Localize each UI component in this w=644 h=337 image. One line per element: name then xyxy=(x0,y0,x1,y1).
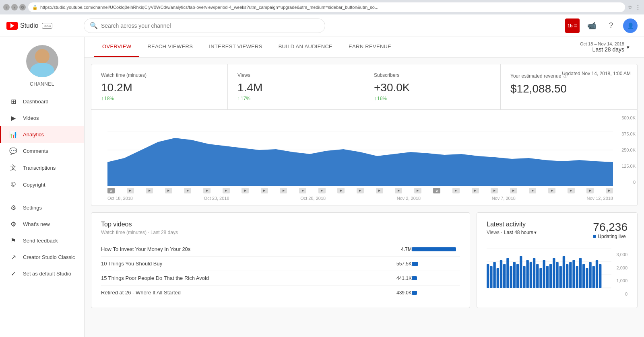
top-videos-subtitle: Watch time (minutes) · Last 28 days xyxy=(101,230,460,235)
sidebar-item-send-feedback[interactable]: ⚑ Send feedback xyxy=(0,232,84,249)
thumb-21[interactable]: ▶ xyxy=(529,188,536,193)
svg-rect-24 xyxy=(536,264,539,288)
help-button[interactable]: ? xyxy=(604,18,618,33)
thumb-25[interactable]: ▶ xyxy=(606,188,613,193)
y-label-0: 0 xyxy=(613,180,636,185)
thumb-12[interactable]: ▶ xyxy=(337,188,345,193)
svg-rect-29 xyxy=(553,258,555,288)
thumb-2[interactable]: ▶ xyxy=(146,188,153,193)
thumb-6[interactable]: ▶ xyxy=(223,188,230,193)
activity-y-0: 0 xyxy=(613,292,627,296)
svg-rect-22 xyxy=(530,262,532,288)
reload-button[interactable]: ↻ xyxy=(19,4,26,10)
tab-interest-viewers[interactable]: INTEREST VIEWERS xyxy=(201,37,270,57)
sidebar-item-set-default[interactable]: ✓ Set as default Studio xyxy=(0,265,84,282)
thumb-4[interactable]: ▶ xyxy=(184,188,191,193)
activity-period-button[interactable]: Last 48 hours ▾ xyxy=(504,230,537,235)
extensions-button[interactable]: ⋮ xyxy=(635,4,641,10)
bookmark-button[interactable]: ☆ xyxy=(627,4,633,10)
sidebar-item-comments[interactable]: 💬 Comments xyxy=(0,143,84,159)
tab-build-audience[interactable]: BUILD AN AUDIENCE xyxy=(270,37,341,57)
chevron-down-icon: ▾ xyxy=(627,44,630,50)
thumb-numbered-1[interactable]: 2 xyxy=(107,188,115,193)
sidebar-item-copyright[interactable]: © Copyright xyxy=(0,177,84,193)
thumb-20[interactable]: ▶ xyxy=(510,188,517,193)
activity-title-group: Latest activity Views · Last 48 hours ▾ xyxy=(487,221,537,235)
svg-rect-26 xyxy=(543,260,545,288)
sidebar-item-whats-new[interactable]: ⚙ What's new xyxy=(0,216,84,232)
youtube-logo-icon xyxy=(6,22,18,30)
sidebar-item-videos[interactable]: ▶ Videos xyxy=(0,110,84,126)
svg-rect-12 xyxy=(497,268,499,288)
tab-overview[interactable]: OVERVIEW xyxy=(94,37,139,57)
thumb-19[interactable]: ▶ xyxy=(491,188,498,193)
svg-rect-30 xyxy=(556,262,558,288)
url-bar[interactable]: 🔒 https://studio.youtube.com/channel/UCo… xyxy=(28,2,625,12)
thumb-17[interactable]: ▶ xyxy=(452,188,460,193)
video-views-4: 439.0K xyxy=(388,290,412,296)
thumb-23[interactable]: ▶ xyxy=(568,188,575,193)
tab-reach-viewers[interactable]: REACH VIEWERS xyxy=(139,37,201,57)
thumb-13[interactable]: ▶ xyxy=(357,188,364,193)
forward-button[interactable]: › xyxy=(11,4,18,10)
thumb-24[interactable]: ▶ xyxy=(586,188,594,193)
thumb-16[interactable]: ▶ xyxy=(414,188,421,193)
date-range-selector[interactable]: Oct 18 – Nov 14, 2018 Last 28 days ▾ xyxy=(575,38,634,56)
avatar[interactable]: 👤 xyxy=(623,18,638,33)
avatar-head xyxy=(35,49,50,64)
thumb-8[interactable]: ▶ xyxy=(261,188,268,193)
logo-area: Studio beta xyxy=(6,22,79,30)
thumb-1[interactable]: ▶ xyxy=(127,188,134,193)
sidebar-item-dashboard[interactable]: ⊞ Dashboard xyxy=(0,93,84,110)
video-title-2: 10 Things You Should Buy xyxy=(101,261,383,267)
avatar-icon: 👤 xyxy=(627,23,634,29)
subscribers-label: Subscribers xyxy=(374,72,491,78)
svg-rect-18 xyxy=(516,264,519,288)
revenue-value: $12,088.50 xyxy=(510,82,627,95)
video-item-3[interactable]: 15 Things Poor People Do That the Rich A… xyxy=(101,271,460,285)
svg-rect-39 xyxy=(586,268,588,288)
back-button[interactable]: ‹ xyxy=(3,4,10,10)
x-label-5: Nov 12, 2018 xyxy=(587,196,613,201)
thumb-22[interactable]: ▶ xyxy=(548,188,555,193)
sidebar-item-transcriptions[interactable]: 文 Transcriptions xyxy=(0,159,84,177)
activity-right: 76,236 Updating live xyxy=(593,221,627,239)
browser-bar: ‹ › ↻ 🔒 https://studio.youtube.com/chann… xyxy=(0,0,644,14)
thumb-7[interactable]: ▶ xyxy=(242,188,249,193)
sidebar-item-settings[interactable]: ⚙ Settings xyxy=(0,199,84,216)
chart-y-labels: 500.0K 375.0K 250.0K 125.0K 0 xyxy=(613,114,637,186)
sidebar-label-videos: Videos xyxy=(23,115,39,121)
tab-earn-revenue[interactable]: EARN REVENUE xyxy=(341,37,399,57)
youtube-logo[interactable] xyxy=(6,22,18,30)
chart-left-spacer xyxy=(91,114,107,186)
thumb-15[interactable]: ▶ xyxy=(395,188,402,193)
thumb-11[interactable]: ▶ xyxy=(318,188,326,193)
thumb-3[interactable]: ▶ xyxy=(165,188,172,193)
video-item-2[interactable]: 10 Things You Should Buy 557.5K xyxy=(101,256,460,271)
sidebar-item-creator-studio[interactable]: ↗ Creator Studio Classic xyxy=(0,249,84,265)
video-item-4[interactable]: Retired at 26 - Where It All Started 439… xyxy=(101,285,460,300)
thumb-10[interactable]: ▶ xyxy=(299,188,306,193)
sidebar-label-comments: Comments xyxy=(23,148,48,154)
activity-chart-wrapper: 3,000 2,000 1,000 0 xyxy=(487,244,627,296)
set-default-icon: ✓ xyxy=(9,270,17,277)
channel-avatar[interactable] xyxy=(26,45,58,77)
svg-rect-15 xyxy=(506,258,509,288)
video-item-1[interactable]: How To Invest Your Money In Your 20s 4.7… xyxy=(101,242,460,256)
search-input[interactable] xyxy=(101,23,319,29)
thumb-5[interactable]: ▶ xyxy=(203,188,211,193)
activity-title: Latest activity xyxy=(487,221,537,228)
thumb-14[interactable]: ▶ xyxy=(376,188,383,193)
svg-rect-33 xyxy=(566,264,568,288)
thumb-18[interactable]: ▶ xyxy=(472,188,479,193)
search-bar[interactable]: 🔍 xyxy=(84,18,325,33)
thumb-numbered-2[interactable]: 2 xyxy=(433,188,440,193)
sidebar-item-analytics[interactable]: 📊 Analytics xyxy=(0,126,84,143)
sidebar-label-set-default: Set as default Studio xyxy=(23,271,71,277)
menu-icon: ≡ xyxy=(574,23,577,29)
notification-button[interactable]: 1b ≡ xyxy=(565,18,580,33)
stats-cards: Watch time (minutes) 10.2M 18% Views 1.4… xyxy=(91,64,637,110)
video-camera-button[interactable]: 📹 xyxy=(584,18,599,33)
video-views-3: 441.1K xyxy=(388,275,412,281)
thumb-9[interactable]: ▶ xyxy=(280,188,287,193)
